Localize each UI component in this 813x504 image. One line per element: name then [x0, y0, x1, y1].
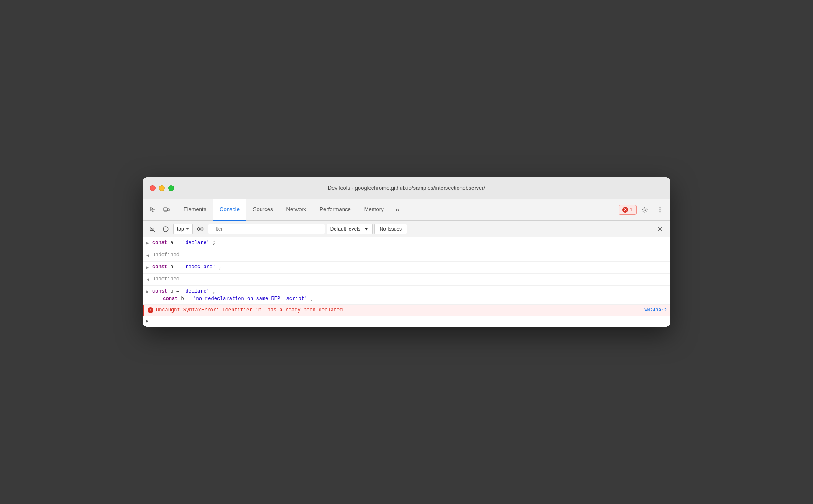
svg-point-15: [659, 228, 661, 230]
devtools-panel: Elements Console Sources Network Perform…: [143, 199, 670, 327]
tab-sources[interactable]: Sources: [246, 199, 280, 221]
console-entry-3: ▶ const a = 'redeclare' ;: [143, 262, 670, 274]
close-button[interactable]: [150, 185, 156, 191]
svg-point-3: [644, 209, 646, 211]
error-badge-icon: ✕: [622, 207, 628, 213]
clear-console-btn[interactable]: [146, 223, 158, 235]
console-entry-2: ◀ undefined: [143, 249, 670, 262]
chevron-down-icon: [186, 228, 189, 230]
device-icon[interactable]: [160, 203, 173, 216]
window-title: DevTools - googlechrome.github.io/sample…: [328, 185, 485, 191]
settings-icon[interactable]: [638, 203, 652, 216]
levels-selector[interactable]: Default levels ▼: [327, 224, 373, 234]
expand-arrow-2[interactable]: ▶: [146, 264, 149, 272]
svg-point-4: [660, 207, 661, 208]
tab-elements[interactable]: Elements: [177, 199, 213, 221]
error-link[interactable]: VM2439:2: [644, 306, 667, 314]
return-arrow-2: ◀: [146, 276, 149, 284]
console-entry-4: ◀ undefined: [143, 274, 670, 286]
tabbar-right: ✕ 1: [619, 203, 667, 216]
titlebar: DevTools - googlechrome.github.io/sample…: [143, 177, 670, 199]
stop-icon[interactable]: [160, 223, 171, 235]
svg-point-5: [660, 209, 661, 210]
levels-chevron-icon: ▼: [364, 226, 369, 232]
error-icon: ✕: [148, 307, 153, 313]
svg-rect-1: [167, 209, 169, 211]
error-count: 1: [630, 207, 633, 213]
console-toolbar: top Default levels ▼ No Issues: [143, 221, 670, 237]
console-settings-icon[interactable]: [653, 222, 667, 236]
tab-performance[interactable]: Performance: [313, 199, 357, 221]
context-selector[interactable]: top: [173, 224, 193, 234]
more-options-icon[interactable]: [653, 203, 667, 216]
eye-icon[interactable]: [194, 223, 206, 235]
maximize-button[interactable]: [168, 185, 174, 191]
no-issues-button[interactable]: No Issues: [374, 224, 407, 234]
error-badge[interactable]: ✕ 1: [619, 205, 637, 215]
filter-input[interactable]: [208, 224, 325, 234]
svg-point-6: [660, 211, 661, 212]
input-arrow: ▶: [146, 318, 149, 323]
cursor: [153, 318, 153, 323]
console-entry-1: ▶ const a = 'declare' ;: [143, 237, 670, 249]
tab-network[interactable]: Network: [280, 199, 313, 221]
error-message: Uncaught SyntaxError: Identifier 'b' has…: [156, 306, 343, 314]
more-tabs-icon[interactable]: »: [391, 203, 404, 216]
levels-label: Default levels: [330, 226, 360, 232]
expand-arrow-1[interactable]: ▶: [146, 240, 149, 247]
return-arrow-1: ◀: [146, 252, 149, 260]
expand-arrow-3[interactable]: ▶: [146, 288, 149, 296]
svg-rect-0: [164, 208, 167, 211]
tab-memory[interactable]: Memory: [358, 199, 391, 221]
console-input-line: ▶: [143, 316, 670, 327]
tabbar: Elements Console Sources Network Perform…: [143, 199, 670, 221]
tab-separator: [175, 204, 175, 216]
console-entry-5: ▶ const b = 'declare' ; const b = 'no re…: [143, 286, 670, 305]
console-entry-error: ✕ Uncaught SyntaxError: Identifier 'b' h…: [143, 305, 670, 316]
context-label: top: [177, 226, 184, 232]
svg-point-13: [197, 227, 203, 231]
tab-console[interactable]: Console: [213, 199, 246, 221]
traffic-lights: [150, 185, 174, 191]
inspect-icon[interactable]: [146, 203, 160, 216]
minimize-button[interactable]: [159, 185, 165, 191]
devtools-window: DevTools - googlechrome.github.io/sample…: [143, 177, 670, 327]
console-output: ▶ const a = 'declare' ; ◀ undefined ▶ co…: [143, 237, 670, 327]
svg-point-14: [199, 228, 201, 230]
